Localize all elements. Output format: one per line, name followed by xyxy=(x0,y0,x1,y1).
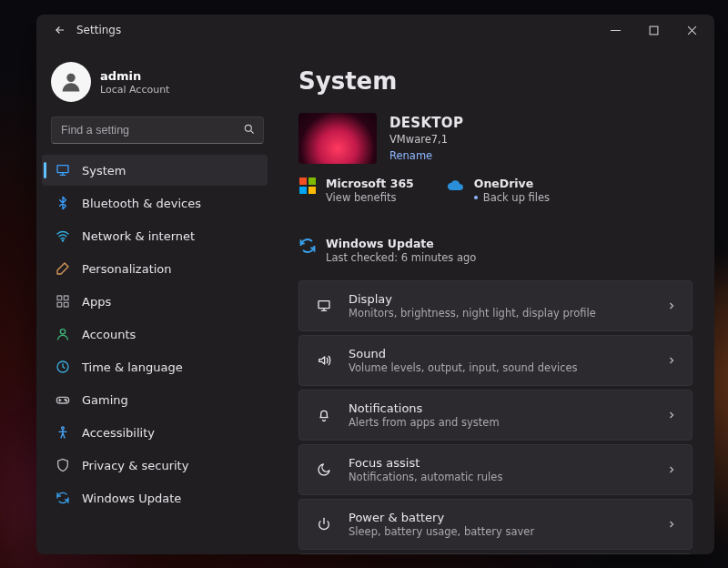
card-sub: Volume levels, output, input, sound devi… xyxy=(349,361,652,374)
svg-rect-7 xyxy=(57,302,62,307)
service-onedrive[interactable]: OneDrive Back up files xyxy=(447,177,550,204)
system-icon xyxy=(55,162,71,178)
sidebar-item-label: Time & language xyxy=(82,360,183,374)
close-button[interactable] xyxy=(672,17,711,43)
maximize-button[interactable] xyxy=(634,17,672,43)
time-icon xyxy=(55,359,71,375)
acct-icon xyxy=(55,326,71,342)
service-sub: Back up files xyxy=(474,191,550,204)
net-icon xyxy=(55,228,71,244)
chevron-right-icon xyxy=(666,410,677,421)
main-content: System DESKTOP VMware7,1 Rename Microsof… xyxy=(273,46,714,554)
svg-point-1 xyxy=(66,74,75,82)
sidebar-item-label: Accessibility xyxy=(82,426,155,440)
sidebar-item-acc[interactable]: Accessibility xyxy=(42,417,268,448)
rename-link[interactable]: Rename xyxy=(389,149,432,162)
shield-icon xyxy=(55,457,71,473)
user-name: admin xyxy=(100,69,169,83)
svg-rect-5 xyxy=(57,296,62,300)
close-icon xyxy=(687,25,697,36)
service-title: Windows Update xyxy=(326,237,476,250)
service-title: Microsoft 365 xyxy=(326,177,414,190)
device-info: DESKTOP VMware7,1 Rename xyxy=(298,113,693,164)
bt-icon xyxy=(55,195,71,211)
sidebar-item-shield[interactable]: Privacy & security xyxy=(42,450,268,481)
card-title: Power & battery xyxy=(349,511,652,524)
settings-card-list: Display Monitors, brightness, night ligh… xyxy=(298,280,693,554)
chevron-right-icon xyxy=(666,464,677,475)
sidebar-item-label: Personalization xyxy=(82,262,172,276)
app-title: Settings xyxy=(76,24,121,36)
svg-rect-18 xyxy=(308,187,316,194)
svg-rect-6 xyxy=(64,296,68,300)
titlebar: Settings xyxy=(36,15,714,46)
user-account[interactable]: admin Local Account xyxy=(42,53,273,117)
search-input[interactable] xyxy=(61,124,236,137)
person-icon xyxy=(58,69,84,95)
svg-rect-3 xyxy=(57,166,68,173)
bell-icon xyxy=(314,405,334,425)
sidebar-item-bt[interactable]: Bluetooth & devices xyxy=(42,188,268,218)
sidebar: admin Local Account System Bluetooth & d… xyxy=(36,46,273,554)
game-icon xyxy=(55,391,71,408)
sidebar-item-net[interactable]: Network & internet xyxy=(42,220,268,251)
settings-card-bell[interactable]: Notifications Alerts from apps and syste… xyxy=(298,390,693,441)
sidebar-item-time[interactable]: Time & language xyxy=(42,351,268,382)
settings-card-power[interactable]: Power & battery Sleep, battery usage, ba… xyxy=(298,499,693,550)
service-sub: View benefits xyxy=(326,191,414,204)
back-button[interactable] xyxy=(47,17,73,43)
settings-card-display[interactable]: Display Monitors, brightness, night ligh… xyxy=(298,280,693,331)
m365-icon xyxy=(298,177,317,195)
svg-rect-15 xyxy=(299,178,307,185)
svg-rect-8 xyxy=(64,302,68,307)
settings-card-moon[interactable]: Focus assist Notifications, automatic ru… xyxy=(298,444,693,495)
minimize-icon xyxy=(611,25,621,36)
service-m365[interactable]: Microsoft 365 View benefits xyxy=(298,177,414,204)
sidebar-item-label: Apps xyxy=(82,295,111,309)
sidebar-item-game[interactable]: Gaming xyxy=(42,384,268,415)
sidebar-item-label: System xyxy=(82,164,126,178)
search-field[interactable] xyxy=(51,117,264,144)
upd-icon xyxy=(55,490,71,506)
desktop-thumbnail xyxy=(298,113,377,164)
sidebar-item-label: Bluetooth & devices xyxy=(82,197,201,210)
service-wu[interactable]: Windows Update Last checked: 6 minutes a… xyxy=(298,237,476,264)
service-sub: Last checked: 6 minutes ago xyxy=(326,251,476,264)
settings-card-sound[interactable]: Sound Volume levels, output, input, soun… xyxy=(298,335,693,386)
svg-point-9 xyxy=(60,330,65,334)
brush-icon xyxy=(55,260,71,277)
sidebar-item-label: Network & internet xyxy=(82,229,195,243)
sidebar-item-upd[interactable]: Windows Update xyxy=(42,482,268,513)
card-title: Notifications xyxy=(349,401,652,415)
moon-icon xyxy=(314,460,334,480)
arrow-left-icon xyxy=(54,24,66,36)
minimize-button[interactable] xyxy=(596,17,634,43)
sound-icon xyxy=(314,350,334,370)
onedrive-icon xyxy=(447,177,465,195)
svg-rect-16 xyxy=(308,178,316,185)
sidebar-item-acct[interactable]: Accounts xyxy=(42,319,268,350)
sidebar-item-brush[interactable]: Personalization xyxy=(42,253,268,284)
settings-card-storage[interactable]: Storage Storage space, drives, configura… xyxy=(298,553,693,554)
nav-list: System Bluetooth & devices Network & int… xyxy=(42,155,273,513)
services-row: Microsoft 365 View benefits OneDrive Bac… xyxy=(298,177,693,264)
display-icon xyxy=(314,296,334,316)
svg-rect-0 xyxy=(650,26,658,35)
user-sub: Local Account xyxy=(100,84,169,96)
sidebar-item-apps[interactable]: Apps xyxy=(42,286,268,317)
service-title: OneDrive xyxy=(474,177,550,190)
settings-window: Settings admin Local Account xyxy=(36,15,714,554)
chevron-right-icon xyxy=(666,300,677,311)
sidebar-item-label: Gaming xyxy=(82,393,128,407)
wu-icon xyxy=(298,237,317,255)
chevron-right-icon xyxy=(666,519,677,530)
sidebar-item-system[interactable]: System xyxy=(42,155,268,186)
card-sub: Monitors, brightness, night light, displ… xyxy=(349,307,652,320)
card-sub: Alerts from apps and system xyxy=(349,416,652,429)
svg-point-2 xyxy=(245,125,251,131)
card-sub: Notifications, automatic rules xyxy=(349,471,652,483)
page-title: System xyxy=(298,67,693,95)
device-name: DESKTOP xyxy=(389,115,463,131)
apps-icon xyxy=(55,293,71,309)
sidebar-item-label: Accounts xyxy=(82,328,136,341)
